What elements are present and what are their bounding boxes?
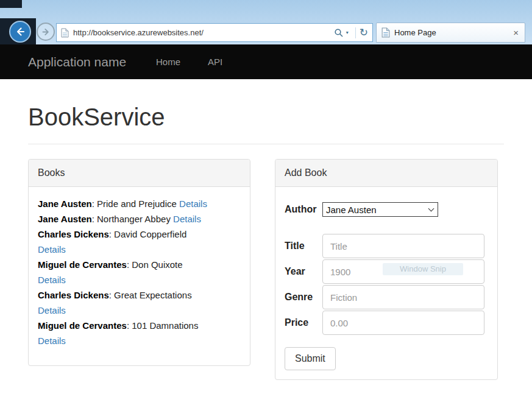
book-details-link[interactable]: Details [38,244,66,255]
window-frame-corner [0,0,22,8]
book-entry: Charles Dickens: Great Expectations Deta… [38,287,241,318]
book-entry: Charles Dickens: David Copperfield Detai… [38,227,241,257]
book-author: Miguel de Cervantes [38,259,127,270]
books-panel-header: Books [29,160,250,187]
back-arrow-icon [15,26,26,37]
book-details-link[interactable]: Details [38,275,66,285]
app-navbar: Application name Home API [0,44,532,79]
price-label: Price [285,317,322,328]
url-text[interactable]: http://bookservice.azurewebsites.net/ [73,28,334,37]
search-caret-icon[interactable]: ▾ [346,30,349,35]
book-entry: Jane Austen: Pride and Prejudice Details [38,196,241,211]
year-label: Year [285,266,322,277]
title-row: Title [285,234,488,258]
genre-input[interactable] [322,285,484,309]
panels-row: Books Jane Austen: Pride and Prejudice D… [28,159,504,380]
search-icon[interactable] [334,28,344,38]
genre-row: Genre [285,285,488,309]
browser-tab[interactable]: Home Page × [376,23,525,43]
year-row: Year [285,259,488,284]
book-author: Charles Dickens [38,290,109,300]
address-bar-divider [355,27,356,38]
book-details-link[interactable]: Details [38,305,66,315]
book-details-link[interactable]: Details [38,336,66,346]
books-panel: Books Jane Austen: Pride and Prejudice D… [28,159,250,366]
navbar-brand[interactable]: Application name [28,44,126,79]
price-input[interactable] [322,311,484,335]
forward-button[interactable] [37,23,55,41]
address-bar[interactable]: http://bookservice.azurewebsites.net/ ▾ … [56,23,373,42]
add-book-panel: Add Book Author Jane Austen TitleYearGen… [275,159,498,380]
browser-chrome: http://bookservice.azurewebsites.net/ ▾ … [0,0,532,44]
book-entry: Miguel de Cervantes: 101 Damnations Deta… [38,318,241,348]
book-author: Jane Austen [38,214,92,224]
back-button[interactable] [9,21,31,43]
add-book-panel-header: Add Book [275,160,497,187]
title-input[interactable] [322,234,484,258]
browser-window: http://bookservice.azurewebsites.net/ ▾ … [0,0,532,394]
refresh-icon[interactable]: ↻ [360,27,368,38]
add-book-form: Author Jane Austen TitleYearGenrePrice S… [275,187,497,379]
page-content: BookService Books Jane Austen: Pride and… [0,79,532,394]
book-details-link[interactable]: Details [179,199,207,209]
book-author: Charles Dickens [38,229,109,239]
genre-label: Genre [285,292,322,303]
submit-button[interactable]: Submit [285,347,336,370]
title-divider [28,144,504,144]
author-select-value: Jane Austen [326,205,377,215]
book-details-link[interactable]: Details [173,214,201,224]
tab-title: Home Page [394,28,436,37]
book-entry: Jane Austen: Northanger Abbey Details [38,211,241,227]
forward-arrow-icon [41,27,51,37]
book-author: Jane Austen [38,199,92,209]
nav-link-home[interactable]: Home [156,44,180,79]
price-row: Price [285,311,488,335]
author-select[interactable]: Jane Austen [322,202,438,217]
select-caret-icon [428,206,434,212]
year-input[interactable] [322,259,484,284]
tab-close-icon[interactable]: × [512,27,520,38]
author-row: Author Jane Austen [285,202,488,217]
books-list: Jane Austen: Pride and Prejudice Details… [29,187,250,365]
book-entry: Miguel de Cervantes: Don Quixote Details [38,257,241,287]
page-icon [61,28,69,38]
nav-link-api[interactable]: API [208,44,222,79]
tab-page-icon [381,27,390,38]
book-author: Miguel de Cervantes [38,320,127,331]
page-title: BookService [28,102,504,132]
title-label: Title [285,241,322,252]
add-book-fields: TitleYearGenrePrice [285,234,488,335]
author-label: Author [285,204,322,215]
